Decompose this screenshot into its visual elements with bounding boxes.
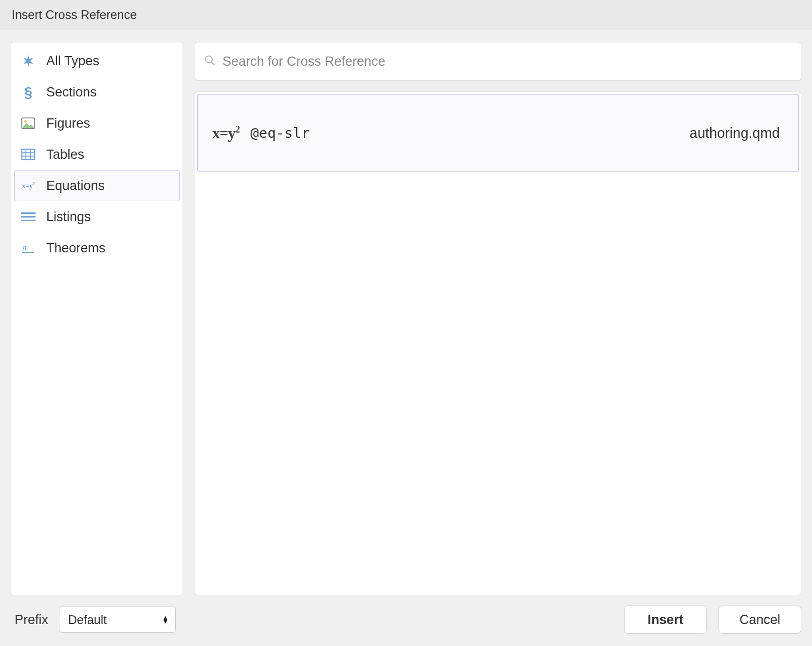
search-box[interactable]: [195, 42, 801, 81]
sidebar-item-listings[interactable]: Listings: [14, 201, 180, 232]
type-sidebar: All Types § Sections Figures Tables: [11, 42, 183, 595]
listing-icon: [18, 209, 38, 225]
sidebar-item-figures[interactable]: Figures: [14, 108, 180, 139]
equation-preview-icon: x=y2: [212, 124, 240, 142]
sidebar-item-label: Tables: [46, 147, 84, 162]
sidebar-item-label: Theorems: [46, 241, 106, 256]
dialog-content: All Types § Sections Figures Tables: [0, 30, 812, 605]
sidebar-item-sections[interactable]: § Sections: [14, 76, 180, 108]
svg-text:π: π: [22, 242, 28, 252]
search-input[interactable]: [222, 54, 792, 69]
svg-rect-2: [22, 149, 35, 160]
prefix-select[interactable]: Default ▲▼: [59, 607, 176, 633]
result-left: x=y2 @eq-slr: [212, 124, 310, 142]
dialog-titlebar: Insert Cross Reference: [0, 0, 812, 30]
svg-point-1: [24, 120, 27, 123]
result-file-name: authoring.qmd: [690, 125, 780, 141]
sidebar-item-all-types[interactable]: All Types: [14, 45, 180, 76]
table-icon: [18, 147, 38, 162]
prefix-select-value: Default: [68, 613, 107, 627]
sidebar-item-tables[interactable]: Tables: [14, 139, 180, 170]
dialog-title: Insert Cross Reference: [12, 8, 137, 22]
sidebar-item-label: Equations: [46, 178, 105, 193]
equation-icon: x=y2: [18, 178, 38, 193]
footer-left: Prefix Default ▲▼: [15, 607, 176, 633]
dialog-footer: Prefix Default ▲▼ Insert Cancel: [0, 605, 812, 646]
sidebar-item-theorems[interactable]: π Theorems: [14, 232, 180, 264]
insert-cross-reference-dialog: Insert Cross Reference All Types § Secti…: [0, 0, 812, 646]
sidebar-item-equations[interactable]: x=y2 Equations: [14, 170, 180, 201]
prefix-label: Prefix: [15, 612, 48, 627]
svg-line-13: [211, 62, 214, 65]
sidebar-item-label: Sections: [46, 85, 97, 100]
sidebar-item-label: Listings: [46, 209, 91, 225]
theorem-icon: π: [18, 240, 38, 256]
search-icon: [204, 55, 216, 68]
insert-button[interactable]: Insert: [624, 606, 707, 634]
insert-button-label: Insert: [647, 612, 683, 627]
cancel-button[interactable]: Cancel: [719, 606, 801, 634]
image-icon: [18, 115, 38, 131]
section-icon: §: [18, 84, 38, 100]
result-reference-id: @eq-slr: [250, 125, 310, 141]
footer-right: Insert Cancel: [624, 606, 801, 634]
result-item[interactable]: x=y2 @eq-slr authoring.qmd: [197, 94, 799, 172]
results-list: x=y2 @eq-slr authoring.qmd: [195, 92, 801, 595]
cancel-button-label: Cancel: [739, 612, 780, 627]
sidebar-item-label: All Types: [46, 54, 99, 69]
main-panel: x=y2 @eq-slr authoring.qmd: [195, 42, 801, 595]
sidebar-item-label: Figures: [46, 116, 90, 131]
asterisk-icon: [18, 53, 38, 69]
select-arrows-icon: ▲▼: [162, 616, 168, 624]
